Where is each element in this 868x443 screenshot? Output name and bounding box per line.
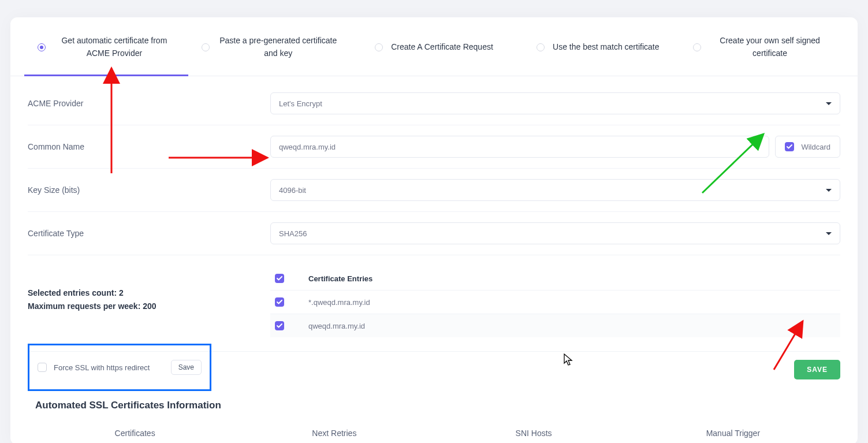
force-ssl-save-button[interactable]: Save [171, 360, 202, 375]
ssl-config-card: Get automatic certificate from ACME Prov… [10, 17, 858, 443]
entries-header-row: Certificate Entries [270, 267, 840, 291]
wildcard-label: Wildcard [801, 143, 830, 151]
chevron-down-icon [826, 189, 832, 192]
radio-icon [375, 43, 383, 51]
entries-item: *.qweqd.mra.my.id [270, 291, 840, 314]
section-title-auto-ssl: Automated SSL Certificates Information [35, 400, 221, 411]
tab-acme-auto[interactable]: Get automatic certificate from ACME Prov… [24, 17, 188, 76]
entries-summary: Selected entries count: 2 Maximum reques… [28, 267, 270, 337]
select-value: Let's Encrypt [279, 99, 322, 108]
tab-self-signed[interactable]: Create your own self signed certificate [680, 17, 844, 76]
label-cert-type: Certificate Type [28, 229, 270, 238]
chevron-down-icon [826, 232, 832, 235]
checkbox-entry[interactable] [275, 321, 284, 330]
label-key-size: Key Size (bits) [28, 185, 270, 195]
select-value: 4096-bit [279, 186, 306, 195]
radio-icon [537, 43, 545, 51]
cursor-icon [564, 353, 574, 366]
max-requests: Maximum requests per week: 200 [28, 300, 270, 312]
tab-cert-request[interactable]: Create A Certificate Request [352, 17, 516, 76]
tab-label: Create A Certificate Request [391, 41, 493, 54]
tab-label: Create your own self signed certificate [709, 35, 830, 59]
tab-best-match[interactable]: Use the best match certificate [516, 17, 680, 76]
tab-manual-trigger[interactable]: Manual Trigger [634, 422, 833, 443]
select-value: SHA256 [279, 229, 307, 238]
radio-selected-icon [38, 43, 46, 51]
tab-label: Get automatic certificate from ACME Prov… [54, 35, 175, 59]
select-key-size[interactable]: 4096-bit [270, 179, 840, 201]
tab-next-retries[interactable]: Next Retries [234, 422, 434, 443]
row-key-size: Key Size (bits) 4096-bit [28, 169, 840, 212]
radio-icon [202, 43, 210, 51]
tab-sni-hosts[interactable]: SNI Hosts [434, 422, 634, 443]
tab-label: Use the best match certificate [553, 41, 659, 54]
checkbox-force-ssl[interactable] [38, 363, 47, 372]
chevron-down-icon [826, 102, 832, 105]
checkbox-entry[interactable] [275, 297, 284, 307]
radio-icon [693, 43, 701, 51]
entry-domain: qweqd.mra.my.id [308, 322, 365, 330]
tab-certificates[interactable]: Certificates [35, 422, 234, 443]
input-common-name[interactable]: qweqd.mra.my.id [270, 136, 769, 158]
row-cert-entries: Selected entries count: 2 Maximum reques… [28, 255, 840, 352]
wildcard-toggle[interactable]: Wildcard [775, 136, 840, 158]
entry-domain: *.qweqd.mra.my.id [308, 298, 370, 307]
row-common-name: Common Name qweqd.mra.my.id Wildcard [28, 125, 840, 169]
label-acme-provider: ACME Provider [28, 99, 270, 108]
tab-label: Paste a pre-generated certificate and ke… [218, 35, 339, 59]
force-ssl-box: Force SSL with https redirect Save [28, 344, 211, 391]
auto-ssl-tabs: Certificates Next Retries SNI Hosts Manu… [35, 422, 833, 443]
checkbox-all[interactable] [275, 274, 284, 283]
save-button[interactable]: SAVE [794, 360, 840, 379]
entries-item: qweqd.mra.my.id [270, 314, 840, 337]
entries-table: Certificate Entries *.qweqd.mra.my.id qw… [270, 267, 840, 337]
checkbox-checked-icon [785, 142, 794, 151]
select-cert-type[interactable]: SHA256 [270, 222, 840, 244]
entries-header-label: Certificate Entries [308, 274, 372, 283]
selected-count: Selected entries count: 2 [28, 286, 270, 299]
input-value: qweqd.mra.my.id [279, 143, 336, 151]
label-common-name: Common Name [28, 142, 270, 151]
select-acme-provider[interactable]: Let's Encrypt [270, 92, 840, 114]
force-ssl-label: Force SSL with https redirect [54, 363, 164, 372]
row-acme-provider: ACME Provider Let's Encrypt [28, 82, 840, 125]
cert-method-tabs: Get automatic certificate from ACME Prov… [10, 17, 858, 76]
tab-paste-cert[interactable]: Paste a pre-generated certificate and ke… [188, 17, 352, 76]
row-cert-type: Certificate Type SHA256 [28, 212, 840, 255]
